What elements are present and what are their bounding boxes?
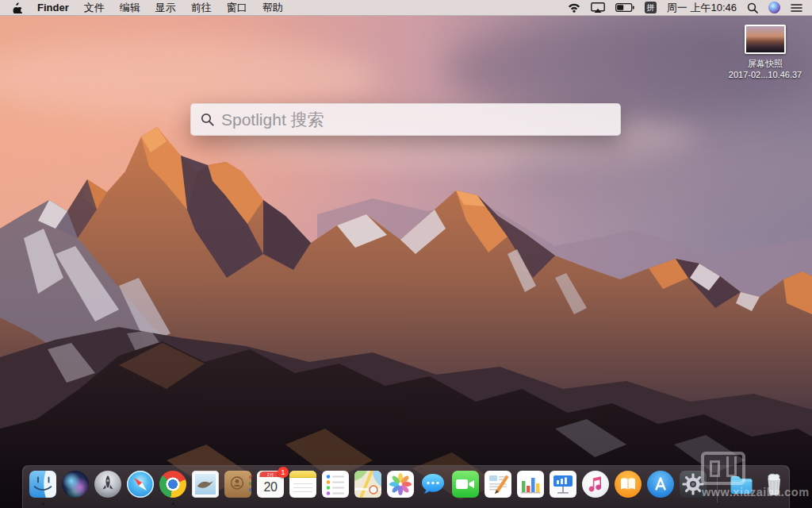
maps-icon <box>354 471 381 498</box>
notification-badge: 1 <box>278 467 289 478</box>
photos-pinwheel-icon <box>387 471 414 498</box>
gear-icon <box>680 471 707 498</box>
facetime-camera-icon <box>452 471 479 498</box>
dock-item-keynote[interactable] <box>550 471 576 507</box>
search-icon <box>201 113 214 126</box>
dock-item-messages[interactable] <box>419 471 446 507</box>
folder-icon <box>728 471 755 498</box>
menu-bar-left: Finder 文件 编辑 显示 前往 窗口 帮助 <box>0 1 283 15</box>
itunes-note-icon <box>582 471 609 498</box>
trash-full-icon <box>760 471 787 498</box>
reminders-icon <box>322 471 349 498</box>
menu-edit[interactable]: 编辑 <box>120 1 140 15</box>
calendar-icon: 2月 20 1 <box>257 471 284 498</box>
screenshot-thumbnail-image <box>746 26 784 52</box>
menu-view[interactable]: 显示 <box>155 1 176 15</box>
file-label-line2: 2017-02...10.46.37 <box>718 69 812 80</box>
file-label-line1: 屏幕快照 <box>718 58 812 69</box>
calendar-day: 20 <box>257 478 284 496</box>
siri-icon <box>62 471 89 498</box>
running-indicator <box>42 502 44 505</box>
dock-item-app-store[interactable] <box>647 471 674 507</box>
menu-bar-status: 拼 周一 上午10:46 <box>568 1 812 15</box>
finder-icon <box>29 471 56 498</box>
numbers-chart-icon <box>517 471 544 498</box>
pages-document-icon <box>485 471 511 498</box>
siri-icon[interactable] <box>768 2 780 13</box>
dock-item-facetime[interactable] <box>452 471 479 507</box>
ibooks-open-book-icon <box>615 471 642 498</box>
dock-item-launchpad[interactable] <box>94 471 121 507</box>
dock-item-notes[interactable] <box>289 471 316 507</box>
dock-item-chrome[interactable] <box>159 471 186 507</box>
dock-item-mail[interactable] <box>192 471 219 507</box>
notes-icon <box>289 471 316 498</box>
keynote-podium-icon <box>550 471 576 498</box>
dock-item-maps[interactable] <box>354 471 381 507</box>
apple-menu-icon[interactable] <box>12 2 22 13</box>
search-icon[interactable] <box>747 2 758 13</box>
dock-item-system-preferences[interactable] <box>680 471 707 507</box>
dock-item-safari[interactable] <box>127 471 154 507</box>
dock-item-trash[interactable] <box>760 471 787 507</box>
safari-compass-icon <box>127 471 154 498</box>
dock-separator <box>717 471 718 502</box>
menu-bar: Finder 文件 编辑 显示 前往 窗口 帮助 拼 周 <box>0 0 812 16</box>
menu-go[interactable]: 前往 <box>191 1 212 15</box>
dock-item-reminders[interactable] <box>322 471 349 507</box>
menu-window[interactable]: 窗口 <box>227 1 247 15</box>
dock-item-pages[interactable] <box>485 471 511 507</box>
mail-stamp-icon <box>192 471 219 498</box>
screen: Finder 文件 编辑 显示 前往 窗口 帮助 拼 周 <box>0 0 812 508</box>
running-indicator <box>172 502 174 505</box>
input-method-badge[interactable]: 拼 <box>645 2 657 13</box>
dock-item-calendar[interactable]: 2月 20 1 <box>257 471 284 507</box>
dock-item-itunes[interactable] <box>582 471 609 507</box>
airplay-display-icon[interactable] <box>591 2 605 13</box>
mountain-scenery <box>0 16 812 508</box>
spotlight-input[interactable] <box>221 110 611 129</box>
dock-item-photos[interactable] <box>387 471 414 507</box>
dock-item-siri[interactable] <box>62 471 89 507</box>
dock-item-folder[interactable] <box>728 471 755 507</box>
battery-icon[interactable] <box>615 3 634 12</box>
chrome-icon <box>159 471 186 498</box>
dock: 2月 20 1 <box>22 465 790 508</box>
dock-item-contacts[interactable] <box>224 471 251 507</box>
screenshot-thumbnail <box>745 25 786 54</box>
spotlight-search-bar[interactable] <box>190 103 621 136</box>
notification-center-icon[interactable] <box>791 3 802 13</box>
dock-item-numbers[interactable] <box>517 471 544 507</box>
menu-help[interactable]: 帮助 <box>262 1 283 15</box>
menu-file[interactable]: 文件 <box>84 1 105 15</box>
menu-bar-clock[interactable]: 周一 上午10:46 <box>667 1 737 15</box>
contacts-book-icon <box>224 471 251 498</box>
dock-item-ibooks[interactable] <box>615 471 642 507</box>
launchpad-rocket-icon <box>94 471 121 498</box>
dock-item-finder[interactable] <box>29 471 56 507</box>
app-store-icon <box>647 471 674 498</box>
desktop-file-screenshot[interactable]: 屏幕快照 2017-02...10.46.37 <box>718 25 812 80</box>
wallpaper <box>0 16 812 508</box>
messages-bubble-icon <box>419 471 446 498</box>
wifi-icon[interactable] <box>568 2 580 13</box>
menu-app-name[interactable]: Finder <box>37 2 69 13</box>
